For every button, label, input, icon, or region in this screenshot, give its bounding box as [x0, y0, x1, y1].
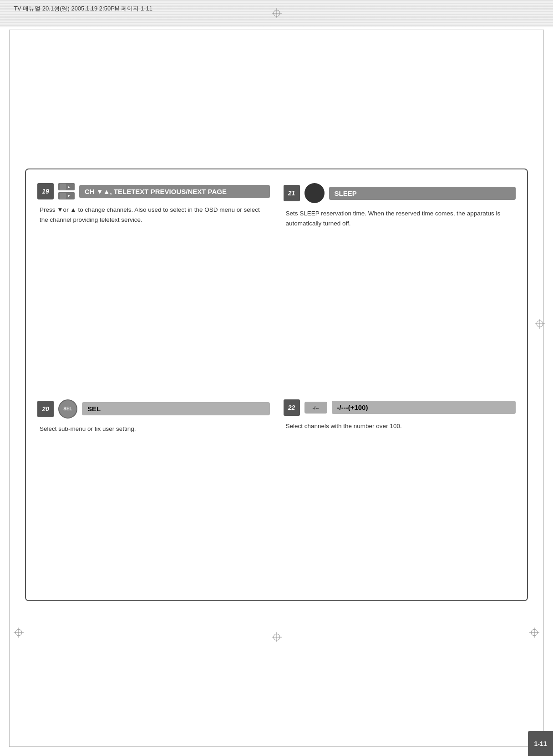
item-20-title: SEL	[82, 402, 270, 415]
item-21-description: Sets SLEEP reservation time. When the re…	[284, 209, 516, 228]
num-badge-19: 19	[37, 183, 54, 199]
header-text: TV 매뉴얼 20.1형(영) 2005.1.19 2:50PM 페이지 1-1…	[14, 5, 152, 13]
num-badge-21: 21	[284, 185, 300, 201]
item-21-header: 21 SLEEP	[284, 183, 516, 203]
num-badge-22: 22	[284, 399, 300, 416]
item-card-20: 20 SEL SEL Select sub-menu or fix user s…	[37, 399, 270, 587]
reg-mark-bottom-right	[529, 628, 539, 638]
item-card-19: 19 ▲ ▼ CH ▼▲, TELETEXT PREVIOUS/NEXT PAG…	[37, 183, 270, 381]
reg-mark-mid-right	[535, 319, 545, 329]
item-22-header: 22 -/-- -/---(+100)	[284, 399, 516, 416]
reg-mark-bottom-center	[272, 632, 282, 642]
item-19-description: Press ▼or ▲ to change channels. Also use…	[37, 205, 270, 225]
item-20-header: 20 SEL SEL	[37, 399, 270, 419]
ch-arrows-icon: ▲ ▼	[58, 183, 75, 199]
dash-button-icon: -/--	[304, 402, 327, 414]
content-grid: 19 ▲ ▼ CH ▼▲, TELETEXT PREVIOUS/NEXT PAG…	[37, 183, 516, 587]
ch-up-icon: ▲	[58, 183, 75, 190]
item-22-description: Select channels with the number over 100…	[284, 421, 516, 431]
num-badge-20: 20	[37, 401, 54, 417]
reg-mark-top	[272, 8, 282, 18]
ch-down-icon: ▼	[58, 192, 75, 199]
item-22-title: -/---(+100)	[332, 401, 516, 414]
item-card-22: 22 -/-- -/---(+100) Select channels with…	[284, 399, 516, 587]
item-19-title: CH ▼▲, TELETEXT PREVIOUS/NEXT PAGE	[79, 185, 270, 198]
item-21-title: SLEEP	[329, 187, 516, 200]
main-content-box: 19 ▲ ▼ CH ▼▲, TELETEXT PREVIOUS/NEXT PAG…	[25, 169, 528, 601]
item-19-header: 19 ▲ ▼ CH ▼▲, TELETEXT PREVIOUS/NEXT PAG…	[37, 183, 270, 199]
sleep-button-icon	[304, 183, 325, 203]
item-20-description: Select sub-menu or fix user setting.	[37, 424, 270, 434]
sel-button-icon: SEL	[58, 399, 77, 419]
reg-mark-bottom-left	[14, 628, 24, 638]
item-card-21: 21 SLEEP Sets SLEEP reservation time. Wh…	[284, 183, 516, 381]
page-number: 1-11	[528, 731, 553, 756]
